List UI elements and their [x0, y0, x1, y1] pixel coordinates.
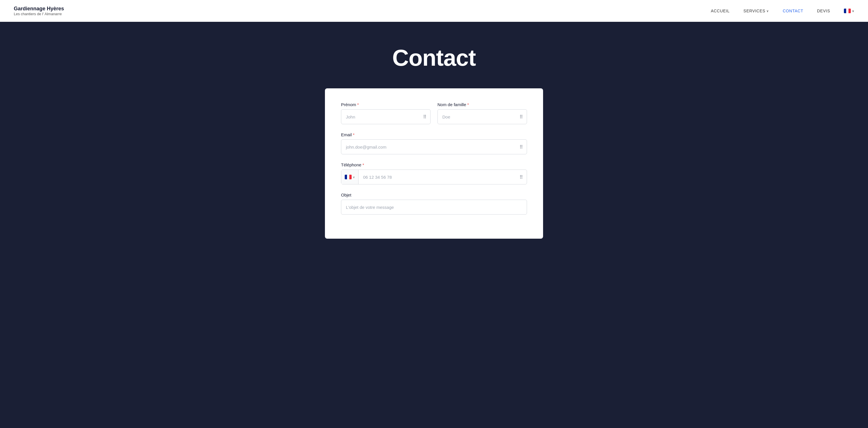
telephone-group: Téléphone * ∨ ⠿: [341, 162, 527, 185]
objet-row: Objet: [341, 193, 527, 215]
prenom-label: Prénom *: [341, 102, 431, 107]
nom-input[interactable]: [437, 109, 527, 124]
nom-label: Nom de famille *: [437, 102, 527, 107]
lang-chevron-icon: ∨: [852, 9, 854, 13]
navbar: Gardiennage Hyères Les chantiers de l' A…: [0, 0, 868, 22]
email-label: Email *: [341, 132, 527, 137]
email-row: Email * ⠿: [341, 132, 527, 154]
telephone-required: *: [363, 163, 364, 167]
objet-input[interactable]: [341, 200, 527, 215]
brand-title: Gardiennage Hyères: [14, 6, 64, 12]
nav-contact[interactable]: CONTACT: [783, 9, 803, 13]
prenom-group: Prénom * ⠿: [341, 102, 431, 124]
phone-country-selector[interactable]: ∨: [341, 170, 359, 184]
flag-fr-icon: [844, 9, 851, 13]
nom-required: *: [467, 102, 469, 107]
page-title: Contact: [0, 45, 868, 71]
nav-devis[interactable]: DEVIS: [817, 9, 830, 13]
phone-input-wrapper: ∨ ⠿: [341, 169, 527, 185]
telephone-field-icon: ⠿: [520, 174, 523, 180]
objet-input-wrapper: [341, 200, 527, 215]
telephone-label: Téléphone *: [341, 162, 527, 167]
form-card: Prénom * ⠿ Nom de famille * ⠿: [325, 88, 543, 239]
navbar-nav: ACCUEIL SERVICES ∨ CONTACT DEVIS ∨: [711, 9, 855, 13]
email-input[interactable]: [341, 139, 527, 154]
prenom-required: *: [358, 102, 359, 107]
prenom-input-wrapper: ⠿: [341, 109, 431, 124]
email-input-wrapper: ⠿: [341, 139, 527, 154]
services-chevron-icon: ∨: [766, 9, 769, 13]
objet-label: Objet: [341, 193, 527, 197]
objet-group: Objet: [341, 193, 527, 215]
nav-language-selector[interactable]: ∨: [844, 9, 854, 13]
email-required: *: [353, 133, 354, 137]
telephone-row: Téléphone * ∨ ⠿: [341, 162, 527, 185]
brand-subtitle: Les chantiers de l' Almanarre: [14, 12, 64, 16]
email-group: Email * ⠿: [341, 132, 527, 154]
phone-country-chevron-icon: ∨: [353, 175, 355, 179]
nom-input-wrapper: ⠿: [437, 109, 527, 124]
nom-group: Nom de famille * ⠿: [437, 102, 527, 124]
name-row: Prénom * ⠿ Nom de famille * ⠿: [341, 102, 527, 124]
nav-accueil[interactable]: ACCUEIL: [711, 9, 730, 13]
prenom-input[interactable]: [341, 109, 431, 124]
hero-section: Contact: [0, 22, 868, 88]
contact-form-section: Prénom * ⠿ Nom de famille * ⠿: [0, 88, 868, 262]
brand[interactable]: Gardiennage Hyères Les chantiers de l' A…: [14, 6, 64, 17]
phone-flag-icon: [345, 175, 352, 179]
telephone-input[interactable]: [359, 170, 527, 184]
nav-services[interactable]: SERVICES ∨: [743, 9, 769, 13]
